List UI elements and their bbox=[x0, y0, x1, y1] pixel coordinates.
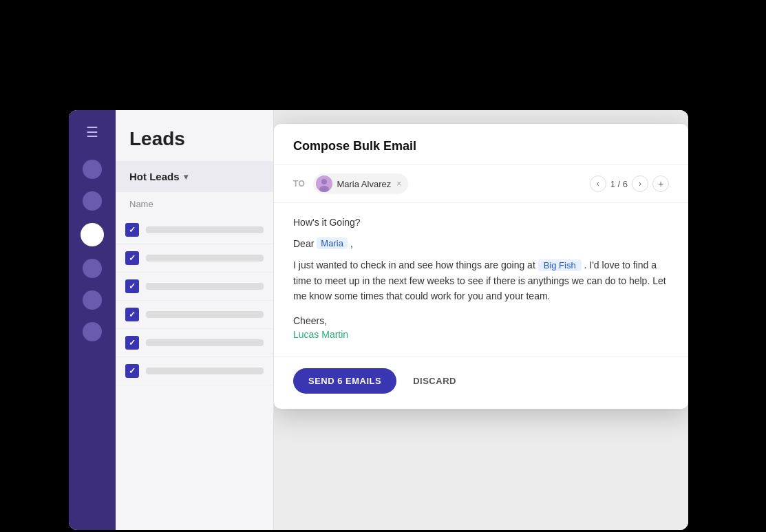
modal-overlay: Compose Bulk Email TO Maria Alva bbox=[274, 110, 688, 530]
list-rows bbox=[116, 216, 273, 530]
sidebar-dot-2[interactable] bbox=[83, 191, 102, 211]
company-name-highlight: Big Fish bbox=[538, 259, 582, 271]
salutation-prefix: Dear bbox=[293, 238, 314, 249]
list-item[interactable] bbox=[116, 357, 273, 385]
chevron-down-icon: ▾ bbox=[184, 172, 188, 182]
left-panel: Leads Hot Leads ▾ Name bbox=[116, 110, 274, 530]
name-column-header: Name bbox=[116, 192, 273, 216]
sidebar: ☰ bbox=[69, 110, 116, 530]
send-emails-button[interactable]: SEND 6 EMAILS bbox=[293, 368, 396, 394]
list-item[interactable] bbox=[116, 273, 273, 301]
checkbox-6[interactable] bbox=[125, 364, 139, 378]
checkbox-1[interactable] bbox=[125, 223, 139, 237]
sidebar-dot-6[interactable] bbox=[83, 322, 102, 341]
avatar bbox=[316, 175, 332, 192]
salutation-comma: , bbox=[350, 238, 353, 249]
checkbox-2[interactable] bbox=[125, 251, 139, 265]
email-salutation: Dear Maria , bbox=[293, 237, 669, 249]
list-item[interactable] bbox=[116, 244, 273, 273]
svg-point-1 bbox=[321, 179, 327, 184]
modal-to-row: TO Maria Alvarez × ‹ bbox=[274, 165, 688, 203]
email-modal: Compose Bulk Email TO Maria Alva bbox=[274, 124, 688, 409]
recipient-first-name-highlight: Maria bbox=[317, 237, 348, 249]
checkbox-5[interactable] bbox=[125, 336, 139, 350]
pagination-area: ‹ 1 / 6 › + bbox=[590, 175, 669, 192]
row-placeholder-5 bbox=[146, 339, 264, 346]
email-body-text: I just wanted to check in and see how th… bbox=[293, 257, 669, 304]
next-page-button[interactable]: › bbox=[632, 175, 648, 192]
to-label: TO bbox=[293, 179, 305, 189]
row-placeholder-6 bbox=[146, 368, 264, 374]
list-item[interactable] bbox=[116, 216, 273, 244]
page-indicator: 1 / 6 bbox=[610, 179, 628, 189]
prev-page-button[interactable]: ‹ bbox=[590, 175, 606, 192]
modal-divider bbox=[274, 357, 688, 357]
hot-leads-label: Hot Leads bbox=[129, 171, 180, 182]
modal-header: Compose Bulk Email bbox=[274, 124, 688, 165]
modal-actions: SEND 6 EMAILS DISCARD bbox=[274, 368, 688, 409]
add-recipient-button[interactable]: + bbox=[652, 175, 669, 192]
main-content: Compose Bulk Email TO Maria Alva bbox=[274, 110, 688, 530]
app-container: ☰ Leads Hot Leads ▾ Name bbox=[69, 110, 688, 530]
menu-icon[interactable]: ☰ bbox=[86, 124, 98, 140]
list-item[interactable] bbox=[116, 301, 273, 329]
row-placeholder-4 bbox=[146, 311, 264, 318]
row-placeholder-3 bbox=[146, 283, 264, 290]
checkbox-3[interactable] bbox=[125, 279, 139, 293]
close-icon[interactable]: × bbox=[396, 179, 401, 189]
email-subject: How's it Going? bbox=[293, 217, 669, 228]
sidebar-dot-4[interactable] bbox=[83, 259, 102, 278]
row-placeholder-1 bbox=[146, 226, 264, 233]
recipient-name: Maria Alvarez bbox=[337, 179, 391, 189]
email-signature: Lucas Martin bbox=[293, 329, 669, 340]
recipient-chip[interactable]: Maria Alvarez × bbox=[313, 173, 408, 194]
sidebar-dot-1[interactable] bbox=[83, 160, 102, 179]
checkbox-4[interactable] bbox=[125, 308, 139, 321]
body-prefix: I just wanted to check in and see how th… bbox=[293, 259, 535, 270]
hot-leads-filter[interactable]: Hot Leads ▾ bbox=[116, 161, 273, 192]
discard-button[interactable]: DISCARD bbox=[413, 376, 456, 386]
sidebar-dot-5[interactable] bbox=[83, 290, 102, 310]
page-title: Leads bbox=[116, 110, 273, 161]
modal-title: Compose Bulk Email bbox=[293, 139, 669, 153]
modal-body: How's it Going? Dear Maria , I just want… bbox=[274, 203, 688, 357]
row-placeholder-2 bbox=[146, 255, 264, 262]
email-closing: Cheers, bbox=[293, 315, 669, 326]
sidebar-dot-3[interactable] bbox=[81, 223, 104, 246]
list-item[interactable] bbox=[116, 329, 273, 357]
